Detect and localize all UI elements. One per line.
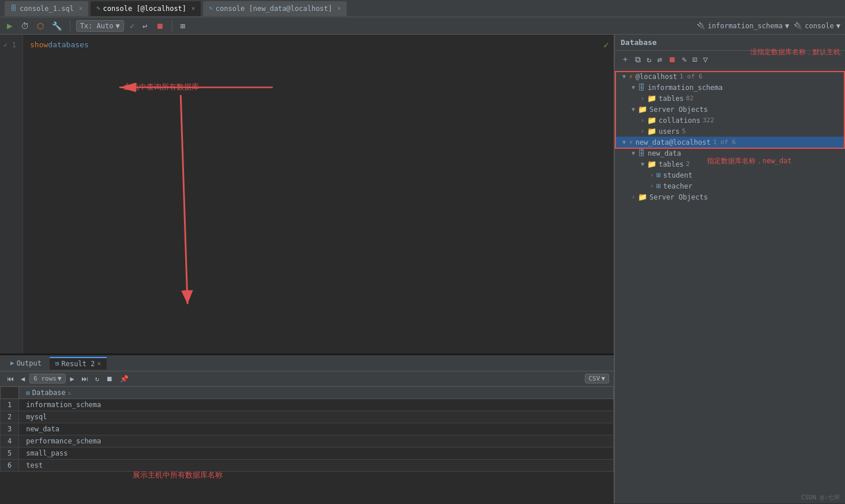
collations-icon: 📁 [647, 116, 656, 125]
stop-result-btn[interactable]: ⏹ [104, 374, 115, 384]
conn2-icon: 🔌 [794, 22, 802, 30]
table-row: 1 information_schema [1, 399, 614, 411]
db-panel-toolbar: ＋ ⧉ ↻ ⇄ ⏹ ✎ ⊡ ▽ [615, 51, 845, 69]
db-name-cell: small_pass [19, 447, 614, 460]
line1-num: 1 [12, 39, 16, 51]
tab-console-new-data[interactable]: ✎ console [new_data@localhost] × [203, 1, 347, 16]
db-panel-title: Database [621, 38, 657, 47]
tx-chevron: ▼ [115, 22, 119, 30]
connection-dropdowns: 🔌 information_schema ▼ 🔌 console ▼ [697, 22, 840, 30]
new-data-db-icon: 🗄 [638, 149, 645, 157]
info-tables-count: 82 [686, 95, 693, 102]
rows-label: 6 rows [33, 375, 57, 382]
db-stop-icon[interactable]: ⏹ [666, 54, 678, 65]
stop-icon[interactable]: ⏹ [153, 20, 166, 32]
new-data-localhost-node[interactable]: ▼ ⚡ new_data@localhost 1 of 6 [615, 137, 845, 148]
row-num-cell: 6 [1, 460, 19, 472]
info-schema-node[interactable]: ▼ 🗄 information_schema [615, 82, 845, 93]
localhost-node[interactable]: ▼ ⚡ @localhost 1 of 6 [615, 71, 845, 82]
info-schema-dropdown[interactable]: 🔌 information_schema ▼ [697, 22, 789, 30]
grid-icon[interactable]: ⊞ [178, 20, 187, 32]
teacher-label: teacher [663, 182, 693, 190]
conn1-label: information_schema [708, 22, 783, 30]
db-sync-icon[interactable]: ⇄ [655, 54, 663, 65]
localhost-server-objects-node[interactable]: ▼ 📁 Server Objects [615, 104, 845, 115]
table-row: 5 small_pass [1, 447, 614, 460]
row-num-cell: 2 [1, 411, 19, 423]
db-window-icon[interactable]: ⊡ [690, 54, 698, 65]
db-filter-icon[interactable]: ▽ [701, 54, 709, 65]
row-num-header [1, 387, 19, 399]
new-data-so-chevron: › [629, 194, 638, 200]
csv-label: CSV [589, 375, 600, 382]
row-num-cell: 1 [1, 399, 19, 411]
new-data-db-node[interactable]: ▼ 🗄 new_data [615, 148, 845, 159]
table-row: 3 new_data [1, 423, 614, 435]
csv-dropdown[interactable]: CSV ▼ [585, 374, 610, 383]
collations-chevron: › [638, 117, 647, 123]
tab-console-localhost-close[interactable]: × [191, 5, 195, 12]
tab-console1-close[interactable]: × [79, 5, 82, 12]
new-data-so-node[interactable]: › 📁 Server Objects [615, 191, 845, 202]
db-name-cell: test [19, 460, 614, 472]
info-schema-icon: 🗄 [638, 83, 645, 92]
console1-icon: 🗄 [10, 5, 17, 12]
db-copy-icon[interactable]: ⧉ [633, 54, 643, 66]
wrench-icon[interactable]: 🔧 [50, 20, 64, 32]
undo-icon[interactable]: ↩ [140, 20, 149, 32]
teacher-node[interactable]: › ⊞ teacher [615, 180, 845, 191]
code-area[interactable]: show databases [23, 35, 614, 353]
table-row: 6 test [1, 460, 614, 472]
tab-console-new-data-label: console [new_data@localhost] [216, 5, 332, 13]
teacher-table-icon: ⊞ [656, 182, 661, 190]
package-icon[interactable]: ⬡ [35, 20, 46, 32]
row-num-cell: 5 [1, 447, 19, 460]
check-icon[interactable]: ✓ [127, 20, 137, 32]
tab-output[interactable]: ▶ Output [5, 358, 47, 369]
db-refresh-icon[interactable]: ↻ [645, 54, 653, 65]
last-page-btn[interactable]: ⏭ [79, 374, 91, 384]
users-node[interactable]: › 📁 users 5 [615, 126, 845, 137]
tx-dropdown[interactable]: Tx: Auto ▼ [76, 20, 124, 32]
info-tables-node[interactable]: › 📁 tables 82 [615, 93, 845, 104]
result-tab-close[interactable]: × [97, 360, 101, 367]
console-localhost-icon: ✎ [96, 5, 100, 12]
db-edit-icon[interactable]: ✎ [680, 54, 688, 65]
result-tab-label: Result 2 [62, 360, 95, 368]
watermark: CSDN @☆七年 [801, 493, 840, 502]
student-node[interactable]: › ⊞ student [615, 170, 845, 180]
new-data-so-label: Server Objects [649, 193, 708, 201]
tab-console1[interactable]: 🗄 console_1.sql × [5, 1, 88, 16]
tab-console1-label: console_1.sql [20, 5, 74, 13]
localhost-so-label: Server Objects [649, 106, 708, 114]
db-add-icon[interactable]: ＋ [619, 53, 631, 66]
collations-node[interactable]: › 📁 collations 322 [615, 115, 845, 126]
new-data-db-chevron: ▼ [629, 150, 638, 156]
next-page-btn[interactable]: ▶ [68, 374, 77, 384]
new-data-tables-node[interactable]: ▼ 📁 tables 2 [615, 159, 845, 170]
line-numbers: ✓ 1 [0, 35, 23, 353]
pin-btn[interactable]: 📌 [118, 374, 131, 384]
db-tree: ▼ ⚡ @localhost 1 of 6 ▼ 🗄 information_sc… [615, 69, 845, 503]
tx-label: Tx: Auto [80, 22, 114, 30]
run-icon[interactable]: ▶ [5, 19, 15, 32]
refresh-btn[interactable]: ↻ [93, 374, 102, 384]
first-page-btn[interactable]: ⏮ [5, 374, 16, 384]
rows-dropdown[interactable]: 6 rows ▼ [29, 374, 65, 383]
users-chevron: › [638, 128, 647, 134]
clock-icon[interactable]: ⏱ [18, 20, 31, 32]
db-column-header[interactable]: ⊞ Database ⇅ [19, 387, 614, 399]
tab-console-localhost[interactable]: ✎ console [@localhost] × [91, 1, 201, 16]
new-data-label: new_data@localhost [636, 138, 711, 146]
table-row: 4 performance_schema [1, 435, 614, 447]
tab-result2[interactable]: ⊞ Result 2 × [50, 357, 107, 370]
console-dropdown[interactable]: 🔌 console ▼ [794, 22, 840, 30]
student-table-icon: ⊞ [656, 171, 661, 179]
prev-page-btn[interactable]: ◀ [18, 374, 27, 384]
info-tables-folder-icon: 📁 [647, 94, 656, 103]
line1-status: ✓ [3, 39, 7, 51]
table-row: 2 mysql [1, 411, 614, 423]
conn2-label: console [805, 22, 834, 30]
csv-chevron: ▼ [601, 375, 605, 382]
tab-console-new-data-close[interactable]: × [337, 5, 341, 12]
